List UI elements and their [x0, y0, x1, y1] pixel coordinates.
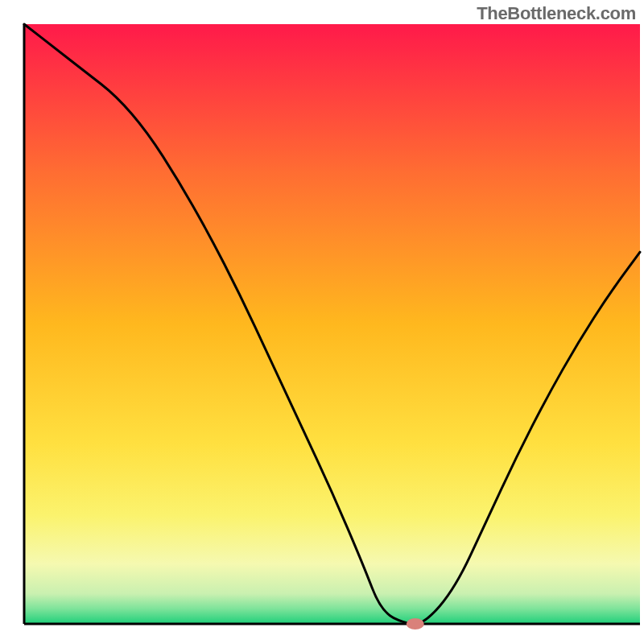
bottleneck-chart [0, 0, 644, 644]
plot-background [24, 24, 640, 624]
chart-container: TheBottleneck.com [0, 0, 644, 644]
optimal-point-marker [407, 618, 424, 630]
watermark-text: TheBottleneck.com [477, 3, 636, 24]
